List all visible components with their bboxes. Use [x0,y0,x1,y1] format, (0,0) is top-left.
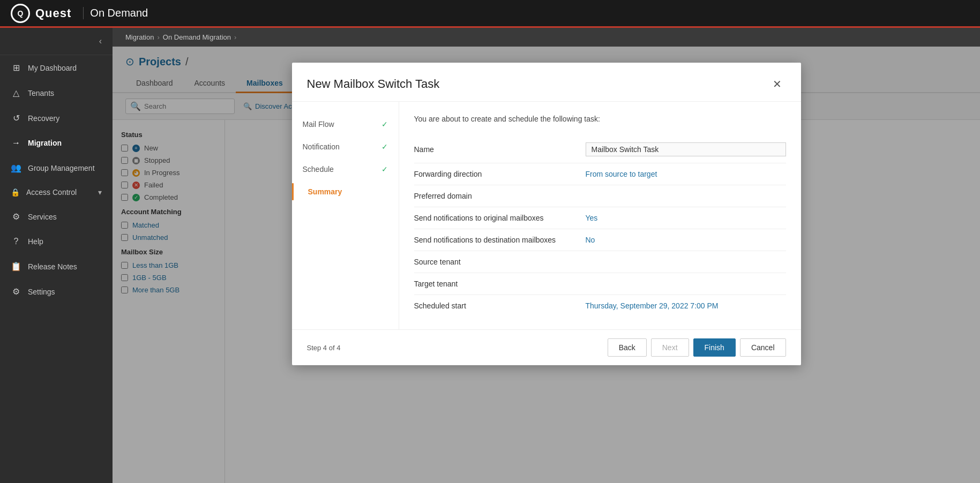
wizard-step-notification: Notification ✓ [303,137,388,156]
sidebar-item-label-migration: Migration [28,139,62,147]
next-button[interactable]: Next [651,338,689,357]
sidebar-item-label-recovery: Recovery [28,114,59,123]
group-management-icon: 👥 [11,163,21,173]
sidebar-item-release-notes[interactable]: 📋 Release Notes [0,254,113,279]
sidebar-collapse-button[interactable]: ‹ [97,34,104,48]
sidebar-item-label-release-notes: Release Notes [28,262,77,271]
content-area: Migration › On Demand Migration › ⊙ Proj… [113,28,980,483]
preferred-domain-label: Preferred domain [414,192,586,200]
send-notif-destination-value: No [586,236,786,244]
send-notif-original-value: Yes [586,214,786,222]
schedule-label: Schedule [303,165,381,173]
notification-check-icon: ✓ [381,142,388,151]
sidebar-item-services[interactable]: ⚙ Services [0,204,113,229]
source-tenant-label: Source tenant [414,258,586,266]
migration-icon: → [11,138,21,148]
breadcrumb-sep-2: › [234,33,236,41]
sidebar-item-label-group-management: Group Management [28,164,95,172]
finish-button[interactable]: Finish [693,338,736,357]
summary-row-scheduled-start: Scheduled start Thursday, September 29, … [414,295,786,316]
access-control-icon: 🔒 [11,188,20,197]
name-label: Name [414,145,586,154]
summary-label: Summary [308,187,388,196]
recovery-icon: ↺ [11,113,21,123]
modal-title: New Mailbox Switch Task [307,77,440,91]
name-value: Mailbox Switch Task [586,142,786,156]
help-icon: ? [11,237,21,246]
forwarding-direction-label: Forwarding direction [414,170,586,178]
sidebar-item-label-access-control: Access Control [26,188,77,197]
summary-row-source-tenant: Source tenant [414,251,786,273]
sidebar-item-recovery[interactable]: ↺ Recovery [0,105,113,131]
wizard-content: You are about to create and schedule the… [399,102,801,329]
summary-row-send-notif-original: Send notifications to original mailboxes… [414,207,786,229]
summary-row-forwarding: Forwarding direction From source to targ… [414,163,786,185]
sidebar-item-label-services: Services [28,213,57,221]
sidebar-item-migration[interactable]: → Migration [0,131,113,155]
modal-close-button[interactable]: ✕ [768,76,786,93]
settings-icon: ⚙ [11,286,21,297]
release-notes-icon: 📋 [11,261,21,271]
wizard-steps: Mail Flow ✓ Notification ✓ Schedule ✓ [292,102,399,329]
wizard-step-mail-flow: Mail Flow ✓ [303,115,388,134]
notification-label: Notification [303,142,381,151]
breadcrumb-migration: Migration [125,33,154,41]
inner-content: ⊙ Projects / Dashboard Accounts Mailboxe… [113,47,980,483]
wizard-step-schedule: Schedule ✓ [303,160,388,179]
forwarding-direction-value: From source to target [586,170,786,178]
scheduled-start-value: Thursday, September 29, 2022 7:00 PM [586,301,786,310]
footer-buttons: Back Next Finish Cancel [608,338,786,357]
chevron-down-icon: ▾ [98,188,102,197]
sidebar-item-label-dashboard: My Dashboard [28,64,77,72]
scheduled-start-label: Scheduled start [414,301,586,310]
services-icon: ⚙ [11,212,21,222]
sidebar-item-dashboard[interactable]: ⊞ My Dashboard [0,55,113,80]
schedule-check-icon: ✓ [381,165,388,173]
dashboard-icon: ⊞ [11,63,21,73]
back-button[interactable]: Back [608,338,647,357]
target-tenant-label: Target tenant [414,280,586,288]
summary-subtitle: You are about to create and schedule the… [414,115,786,123]
send-notif-destination-label: Send notifications to destination mailbo… [414,236,586,244]
sidebar-item-tenants[interactable]: △ Tenants [0,80,113,105]
tenants-icon: △ [11,88,21,98]
active-step-indicator [292,183,294,200]
modal-header: New Mailbox Switch Task ✕ [292,63,801,102]
sidebar-item-access-control[interactable]: 🔒 Access Control ▾ [0,180,113,204]
sidebar-item-settings[interactable]: ⚙ Settings [0,279,113,304]
top-bar: Q Quest On Demand [0,0,980,28]
quest-logo-icon: Q [11,4,30,23]
sidebar-item-label-tenants: Tenants [28,89,54,97]
modal-footer: Step 4 of 4 Back Next Finish Cancel [292,329,801,365]
sidebar-item-label-settings: Settings [28,288,55,296]
mail-flow-label: Mail Flow [303,120,381,129]
summary-row-preferred-domain: Preferred domain [414,185,786,207]
wizard-step-summary: Summary [303,182,388,201]
summary-row-send-notif-destination: Send notifications to destination mailbo… [414,229,786,251]
quest-logo-text: Quest [35,6,71,20]
step-info: Step 4 of 4 [307,344,341,352]
app-title: On Demand [83,7,148,19]
modal-overlay: New Mailbox Switch Task ✕ Mail Flow ✓ [113,47,980,483]
breadcrumb-sep-1: › [157,33,159,41]
cancel-button[interactable]: Cancel [740,338,786,357]
mail-flow-check-icon: ✓ [381,120,388,129]
sidebar-item-help[interactable]: ? Help [0,229,113,254]
summary-row-target-tenant: Target tenant [414,273,786,295]
modal-body: Mail Flow ✓ Notification ✓ Schedule ✓ [292,102,801,329]
sidebar: ‹ ⊞ My Dashboard △ Tenants ↺ Recovery → … [0,28,113,483]
summary-row-name: Name Mailbox Switch Task [414,136,786,163]
new-mailbox-switch-task-modal: New Mailbox Switch Task ✕ Mail Flow ✓ [292,63,801,365]
sidebar-toggle-area: ‹ [0,28,113,55]
breadcrumb-on-demand-migration: On Demand Migration [163,33,231,41]
main-layout: ‹ ⊞ My Dashboard △ Tenants ↺ Recovery → … [0,28,980,483]
send-notif-original-label: Send notifications to original mailboxes [414,214,586,222]
sidebar-item-group-management[interactable]: 👥 Group Management [0,155,113,180]
sidebar-item-label-help: Help [28,237,43,246]
breadcrumb: Migration › On Demand Migration › [113,28,980,47]
logo-area: Q Quest On Demand [11,4,148,23]
